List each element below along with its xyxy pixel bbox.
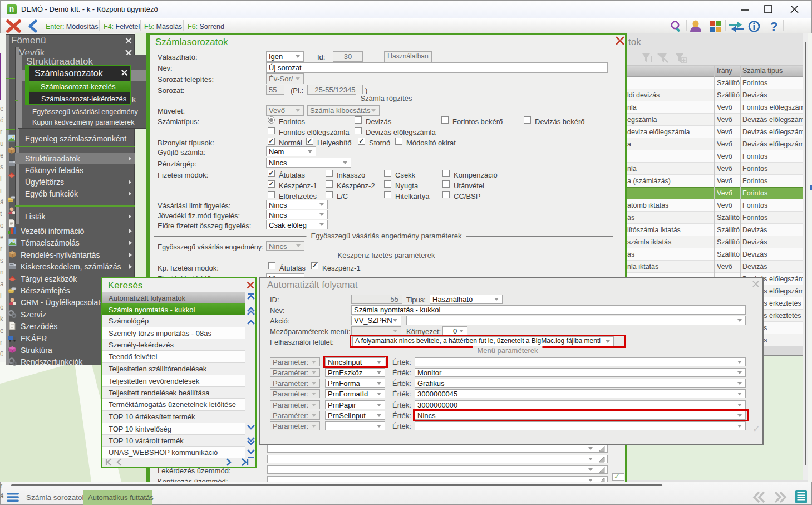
svg-text:?: ? [770, 20, 777, 33]
